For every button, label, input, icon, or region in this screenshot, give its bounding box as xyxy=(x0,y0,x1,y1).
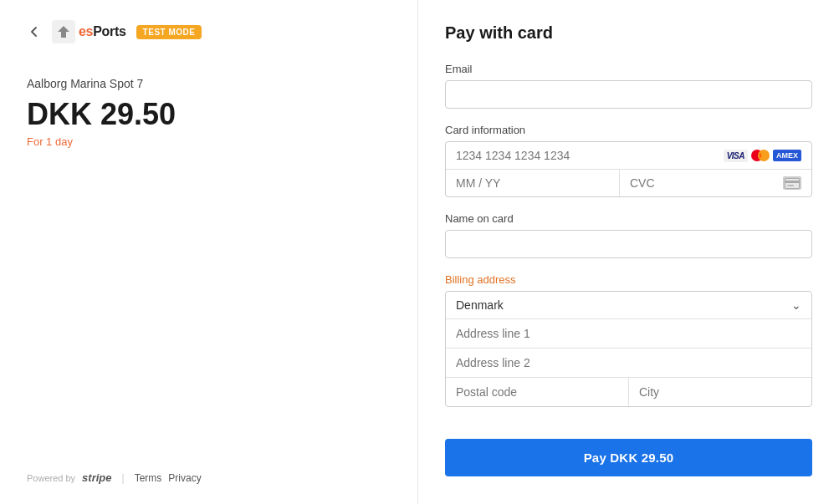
logo-icon xyxy=(52,20,75,43)
logo-ports: Ports xyxy=(93,24,125,38)
stripe-logo: stripe xyxy=(82,471,111,484)
country-select[interactable]: Denmark xyxy=(456,298,791,312)
postal-city-row xyxy=(446,378,811,406)
amex-icon: AMEX xyxy=(773,150,801,161)
postal-code-input[interactable] xyxy=(446,378,629,406)
card-expiry-input[interactable] xyxy=(446,170,620,196)
back-button[interactable] xyxy=(27,24,42,39)
product-price: DKK 29.50 xyxy=(27,97,391,132)
privacy-link[interactable]: Privacy xyxy=(168,472,201,484)
card-number-input[interactable] xyxy=(456,149,717,162)
address-line2-row xyxy=(446,349,811,378)
mastercard-icon xyxy=(751,150,770,161)
footer-divider: | xyxy=(122,472,125,484)
logo-es: es xyxy=(79,24,93,38)
name-on-card-group: Name on card xyxy=(445,212,812,258)
country-row[interactable]: Denmark ⌄ xyxy=(446,292,811,319)
pay-button[interactable]: Pay DKK 29.50 xyxy=(445,439,812,476)
header-bar: esPorts TEST MODE xyxy=(27,20,391,43)
address-line1-input[interactable] xyxy=(446,319,811,348)
card-cvc-input[interactable] xyxy=(630,176,776,190)
card-info-group: Card information VISA AMEX xyxy=(445,124,812,197)
address-line1-row xyxy=(446,319,811,349)
email-group: Email xyxy=(445,63,812,109)
billing-address-group: Billing address Denmark ⌄ xyxy=(445,273,812,407)
address-line2-input[interactable] xyxy=(446,349,811,377)
svg-rect-3 xyxy=(785,178,800,188)
city-input[interactable] xyxy=(629,378,811,406)
chevron-down-icon: ⌄ xyxy=(791,298,801,312)
logo: esPorts xyxy=(52,20,126,43)
billing-address-label: Billing address xyxy=(445,273,812,286)
powered-by-label: Powered by xyxy=(27,473,75,483)
test-mode-badge: TEST MODE xyxy=(136,25,202,39)
email-label: Email xyxy=(445,63,812,75)
logo-text: esPorts xyxy=(79,24,126,39)
form-title: Pay with card xyxy=(445,23,812,43)
cvc-icon xyxy=(783,176,801,190)
card-number-row: VISA AMEX xyxy=(446,142,811,170)
visa-icon: VISA xyxy=(724,150,748,162)
terms-link[interactable]: Terms xyxy=(135,472,162,484)
left-panel: esPorts TEST MODE Aalborg Marina Spot 7 … xyxy=(0,0,418,504)
card-info-block: VISA AMEX xyxy=(445,141,812,197)
product-duration: For 1 day xyxy=(27,135,391,148)
product-name: Aalborg Marina Spot 7 xyxy=(27,77,391,90)
right-panel: Pay with card Email Card information VIS… xyxy=(418,0,839,504)
svg-rect-4 xyxy=(785,181,800,183)
card-expiry-cvc-row xyxy=(446,170,811,196)
svg-rect-5 xyxy=(787,185,794,186)
name-on-card-input[interactable] xyxy=(445,230,812,258)
card-info-label: Card information xyxy=(445,124,812,136)
left-footer: Powered by stripe | Terms Privacy xyxy=(27,471,391,484)
name-on-card-label: Name on card xyxy=(445,212,812,225)
card-cvc-wrapper xyxy=(620,170,811,196)
card-icons: VISA AMEX xyxy=(724,150,801,162)
billing-block: Denmark ⌄ xyxy=(445,291,812,407)
email-input[interactable] xyxy=(445,80,812,109)
